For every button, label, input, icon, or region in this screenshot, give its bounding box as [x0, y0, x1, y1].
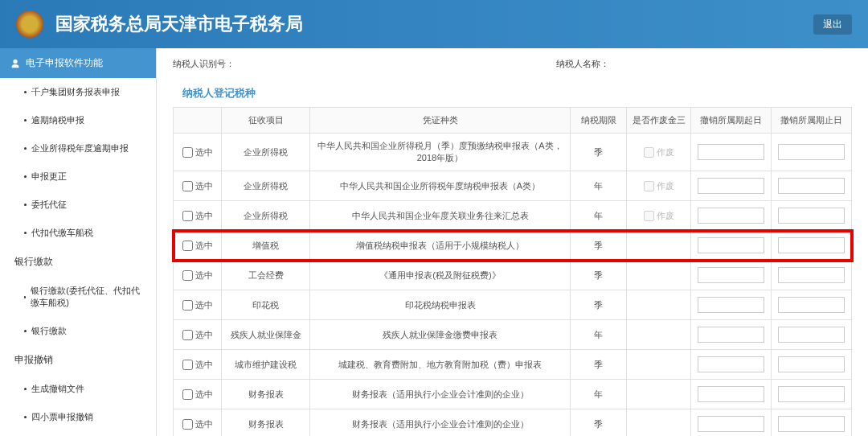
end-date-input[interactable] — [778, 356, 845, 372]
cell-project: 印花税 — [222, 290, 310, 320]
start-date-input[interactable] — [698, 386, 764, 402]
cell-period: 年 — [571, 320, 627, 350]
start-date-input[interactable] — [698, 144, 764, 160]
sidebar-item-6[interactable]: 银行缴款 — [0, 247, 156, 277]
select-label: 选中 — [195, 270, 213, 280]
cell-doc-type: 中华人民共和国企业所得税年度纳税申报表（A类） — [310, 171, 571, 201]
sidebar-item-label: 银行缴款 — [31, 325, 67, 337]
logout-button[interactable]: 退出 — [813, 14, 852, 35]
end-date-input[interactable] — [778, 237, 845, 253]
start-date-input[interactable] — [698, 416, 764, 432]
start-date-input[interactable] — [698, 297, 764, 313]
start-date-input[interactable] — [698, 327, 764, 343]
cell-start-date — [691, 290, 772, 320]
start-date-input[interactable] — [698, 178, 764, 194]
bullet-icon — [24, 175, 27, 178]
row-select-checkbox[interactable] — [182, 147, 193, 158]
cell-select: 选中 — [174, 350, 222, 380]
cell-end-date — [772, 380, 852, 409]
cell-project: 残疾人就业保障金 — [222, 320, 310, 350]
sidebar-item-9[interactable]: 申报撤销 — [0, 345, 156, 375]
cell-end-date — [772, 290, 852, 320]
sidebar-item-label: 四小票申报撤销 — [31, 411, 93, 423]
end-date-input[interactable] — [778, 267, 845, 283]
sidebar-item-label: 银行缴款 — [14, 255, 53, 269]
golden-label: 作废 — [657, 211, 674, 220]
select-label: 选中 — [195, 389, 213, 399]
cell-start-date — [691, 231, 772, 261]
end-date-input[interactable] — [778, 297, 845, 313]
sidebar: 电子申报软件功能 千户集团财务报表申报逾期纳税申报企业所得税年度逾期申报申报更正… — [0, 48, 157, 436]
cell-period: 年 — [571, 201, 627, 231]
cell-start-date — [691, 409, 772, 437]
start-date-input[interactable] — [698, 208, 764, 224]
sidebar-header-label: 电子申报软件功能 — [26, 56, 103, 70]
select-label: 选中 — [195, 147, 213, 157]
end-date-input[interactable] — [778, 144, 845, 160]
cell-golden: 作废 — [627, 171, 691, 201]
select-label: 选中 — [195, 330, 213, 339]
table-row: 选中企业所得税中华人民共和国企业所得税年度纳税申报表（A类）年作废 — [174, 171, 852, 201]
cell-doc-type: 财务报表（适用执行小企业会计准则的企业） — [310, 409, 571, 437]
sidebar-item-11[interactable]: 四小票申报撤销 — [0, 403, 156, 431]
row-select-checkbox[interactable] — [182, 389, 193, 400]
cell-golden — [627, 380, 691, 409]
row-select-checkbox[interactable] — [182, 330, 193, 340]
bullet-icon — [24, 388, 27, 390]
start-date-input[interactable] — [698, 237, 764, 253]
sidebar-item-10[interactable]: 生成撤销文件 — [0, 375, 156, 403]
sidebar-item-2[interactable]: 企业所得税年度逾期申报 — [0, 134, 156, 162]
row-select-checkbox[interactable] — [182, 181, 193, 191]
end-date-input[interactable] — [778, 386, 845, 402]
th-golden: 是否作废金三 — [627, 108, 691, 134]
sidebar-item-1[interactable]: 逾期纳税申报 — [0, 106, 156, 134]
sidebar-item-label: 银行缴款(委托代征、代扣代缴车船税) — [31, 285, 141, 309]
select-label: 选中 — [195, 360, 213, 369]
cell-period: 季 — [571, 290, 627, 320]
cell-golden: 作废 — [627, 201, 691, 231]
cell-period: 年 — [571, 380, 627, 409]
cell-period: 年 — [571, 171, 627, 201]
select-label: 选中 — [195, 241, 213, 250]
th-start-date: 撤销所属期起日 — [691, 108, 772, 134]
golden-label: 作废 — [657, 181, 674, 191]
sidebar-item-0[interactable]: 千户集团财务报表申报 — [0, 78, 156, 106]
sidebar-item-5[interactable]: 代扣代缴车船税 — [0, 219, 156, 247]
cell-end-date — [772, 134, 852, 171]
row-select-checkbox[interactable] — [182, 241, 193, 251]
cell-doc-type: 印花税纳税申报表 — [310, 290, 571, 320]
table-header-row: 征收项目 凭证种类 纳税期限 是否作废金三 撤销所属期起日 撤销所属期止日 — [174, 108, 852, 134]
start-date-input[interactable] — [698, 267, 764, 283]
cell-golden — [627, 231, 691, 261]
bullet-icon — [24, 232, 27, 234]
sidebar-item-label: 委托代征 — [31, 199, 67, 211]
tax-bureau-logo-icon — [16, 10, 43, 38]
cell-start-date — [691, 320, 772, 350]
end-date-input[interactable] — [778, 416, 845, 432]
cell-project: 企业所得税 — [222, 201, 310, 231]
row-select-checkbox[interactable] — [182, 270, 193, 281]
sidebar-header[interactable]: 电子申报软件功能 — [0, 48, 156, 78]
sidebar-item-3[interactable]: 申报更正 — [0, 162, 156, 191]
cell-project: 城市维护建设税 — [222, 350, 310, 380]
row-select-checkbox[interactable] — [182, 300, 193, 311]
sidebar-item-8[interactable]: 银行缴款 — [0, 317, 156, 345]
sidebar-item-12[interactable]: 申报查询 — [0, 431, 156, 436]
row-select-checkbox[interactable] — [182, 211, 193, 221]
end-date-input[interactable] — [778, 208, 845, 224]
cell-golden — [627, 409, 691, 437]
sidebar-item-7[interactable]: 银行缴款(委托代征、代扣代缴车船税) — [0, 277, 156, 317]
cell-start-date — [691, 201, 772, 231]
cell-golden — [627, 261, 691, 290]
row-select-checkbox[interactable] — [182, 360, 193, 370]
sidebar-item-label: 代扣代缴车船税 — [31, 227, 93, 239]
sidebar-item-4[interactable]: 委托代征 — [0, 191, 156, 219]
cell-select: 选中 — [174, 201, 222, 231]
row-select-checkbox[interactable] — [182, 419, 193, 430]
end-date-input[interactable] — [778, 178, 845, 194]
cell-doc-type: 中华人民共和国企业所得税月（季）度预缴纳税申报表（A类，2018年版） — [310, 134, 571, 171]
cell-end-date — [772, 261, 852, 290]
end-date-input[interactable] — [778, 327, 845, 343]
start-date-input[interactable] — [698, 356, 764, 372]
golden-checkbox — [644, 147, 654, 158]
